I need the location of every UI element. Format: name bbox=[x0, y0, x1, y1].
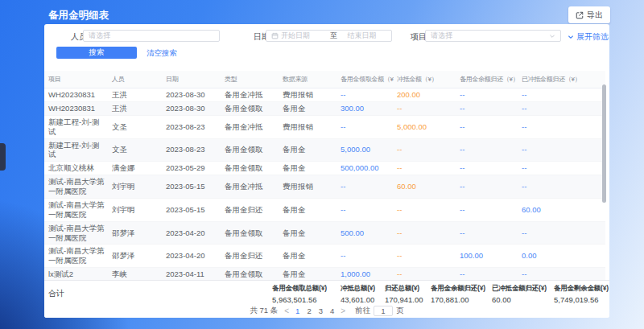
summary-item-value: 170,941.00 bbox=[385, 295, 423, 304]
goto-label: 前往 bbox=[355, 306, 370, 316]
summary-item: 备用金剩余金额(¥)5,749,019.56 bbox=[554, 284, 609, 304]
expand-filter-label: 展开筛选 bbox=[576, 31, 609, 43]
cell-date: 2023-08-30 bbox=[163, 88, 221, 102]
project-select[interactable]: 请选择 bbox=[425, 30, 561, 42]
pagination-bar: 共 71 条 < 1234 > 前往 页 bbox=[44, 304, 609, 318]
export-button[interactable]: 导出 bbox=[568, 6, 610, 23]
column-header: 人员 bbox=[109, 71, 163, 88]
cell-balance-return: -- bbox=[456, 198, 518, 221]
table-header-row: 项目人员日期类型数据来源备用金领取金额（¥）冲抵金额（¥）备用金余额归还（¥）已… bbox=[44, 71, 605, 88]
summary-item-label: 归还总额(¥) bbox=[385, 284, 423, 294]
table-row: 测试-南昌大学第一附属医院刘宇明2023-05-15备用金归还备用金------… bbox=[44, 198, 605, 221]
column-header: 已冲抵金额归还（¥） bbox=[518, 71, 605, 88]
cell-project: 新建工程-刘-测试 bbox=[44, 138, 109, 162]
cell-offset-return: -- bbox=[518, 115, 605, 138]
cell-date: 2023-05-29 bbox=[163, 162, 221, 175]
cell-balance-return: -- bbox=[456, 101, 518, 115]
page-title: 备用金明细表 bbox=[48, 9, 109, 23]
cell-project: 测试-南昌大学第一附属医院 bbox=[44, 221, 109, 245]
cell-project: WH20230831 bbox=[44, 101, 109, 115]
cell-person: 邵梦泽 bbox=[109, 245, 163, 268]
cell-receive: -- bbox=[337, 175, 394, 199]
page-button-2[interactable]: 2 bbox=[307, 306, 311, 315]
cell-balance-return: -- bbox=[456, 138, 518, 162]
table-row: 新建工程-刘-测试文圣2023-08-23备用金冲抵费用报销--5,000.00… bbox=[44, 115, 605, 138]
table-row: WH20230831王洪2023-08-30备用金冲抵费用报销--200.00-… bbox=[44, 88, 605, 102]
cell-receive: -- bbox=[337, 115, 394, 138]
vertical-scrollbar[interactable] bbox=[602, 84, 606, 203]
summary-row: 合计 备用金领取总额(¥)5,963,501.56冲抵总额(¥)43,601.0… bbox=[44, 280, 609, 304]
chevron-down-icon bbox=[568, 34, 574, 40]
cell-receive: 300.00 bbox=[337, 101, 394, 115]
cell-balance-return: -- bbox=[456, 268, 518, 280]
column-header: 类型 bbox=[221, 71, 279, 88]
chevron-down-icon bbox=[549, 33, 555, 39]
project-placeholder: 请选择 bbox=[431, 31, 452, 41]
cell-date: 2023-08-23 bbox=[163, 138, 221, 162]
cell-balance-return: -- bbox=[456, 221, 518, 245]
cell-balance-return: -- bbox=[456, 175, 518, 199]
cell-balance-return: -- bbox=[456, 88, 518, 102]
clear-search-link[interactable]: 清空搜索 bbox=[147, 48, 177, 59]
cell-offset: 60.00 bbox=[394, 175, 456, 199]
prev-page-icon[interactable]: < bbox=[284, 306, 289, 315]
cell-offset: 5,000.00 bbox=[394, 115, 456, 138]
date-range-picker[interactable]: 开始日期 至 结束日期 bbox=[266, 30, 392, 42]
column-header: 备用金余额归还（¥） bbox=[456, 71, 518, 88]
person-input[interactable]: 请选择 bbox=[83, 30, 220, 42]
cell-source: 备用金 bbox=[279, 162, 337, 175]
cell-type: 备用金归还 bbox=[221, 198, 279, 221]
summary-item-label: 已冲抵金额归还(¥) bbox=[492, 284, 547, 294]
next-page-icon[interactable]: > bbox=[341, 306, 345, 315]
summary-item: 已冲抵金额归还(¥)60.00 bbox=[492, 284, 547, 304]
cell-receive: -- bbox=[337, 198, 394, 221]
cell-offset-return: -- bbox=[518, 88, 605, 102]
summary-item-label: 冲抵总额(¥) bbox=[341, 284, 375, 294]
summary-item: 冲抵总额(¥)43,601.00 bbox=[341, 284, 375, 304]
summary-item-label: 备用金余额归还(¥) bbox=[431, 284, 485, 294]
summary-item-value: 43,601.00 bbox=[341, 295, 375, 304]
export-icon bbox=[576, 11, 584, 19]
cell-type: 备用金领取 bbox=[221, 101, 279, 115]
cell-balance-return: -- bbox=[456, 162, 518, 175]
cell-person: 王洪 bbox=[109, 101, 163, 115]
person-placeholder: 请选择 bbox=[89, 31, 110, 41]
date-separator: 至 bbox=[330, 31, 337, 41]
search-button[interactable]: 搜索 bbox=[56, 47, 137, 59]
table-row: 测试-南昌大学第一附属医院邵梦泽2023-04-20备用金领取备用金500.00… bbox=[44, 221, 605, 245]
expand-filter-link[interactable]: 展开筛选 bbox=[568, 31, 609, 43]
cell-type: 备用金领取 bbox=[221, 162, 279, 175]
cell-offset-return: -- bbox=[518, 221, 605, 245]
cell-project: 北京顺义桃林 bbox=[44, 162, 109, 175]
page-button-4[interactable]: 4 bbox=[330, 306, 334, 315]
cell-receive: 5,000.00 bbox=[337, 138, 394, 162]
cell-receive: 1,000.00 bbox=[337, 268, 394, 280]
cell-receive: 500,000.00 bbox=[337, 162, 394, 175]
cell-offset-return: -- bbox=[518, 268, 605, 280]
cell-date: 2023-05-15 bbox=[163, 198, 221, 221]
cell-type: 备用金领取 bbox=[221, 268, 279, 280]
page-button-1[interactable]: 1 bbox=[295, 306, 299, 315]
cell-offset-return: -- bbox=[518, 162, 605, 175]
cell-project: lx测试2 bbox=[44, 268, 109, 280]
cell-person: 刘宇明 bbox=[109, 175, 163, 199]
summary-item-value: 5,963,501.56 bbox=[272, 295, 327, 304]
page-button-3[interactable]: 3 bbox=[319, 306, 323, 315]
cell-type: 备用金领取 bbox=[221, 221, 279, 245]
column-header: 项目 bbox=[44, 71, 109, 88]
summary-item-label: 备用金剩余金额(¥) bbox=[554, 284, 609, 294]
cell-date: 2023-04-11 bbox=[163, 268, 221, 280]
cell-project: 测试-南昌大学第一附属医院 bbox=[44, 198, 109, 221]
cell-type: 备用金领取 bbox=[221, 138, 279, 162]
cell-date: 2023-08-23 bbox=[163, 115, 221, 138]
goto-page-input[interactable] bbox=[374, 306, 393, 316]
cell-receive: -- bbox=[337, 88, 394, 102]
cell-person: 文圣 bbox=[109, 138, 163, 162]
column-header: 数据来源 bbox=[279, 71, 337, 88]
content-card: 人员 请选择 日期 开始日期 至 结束日期 项目 请选择 展开筛选 搜索 清空搜… bbox=[44, 24, 609, 318]
cell-offset: -- bbox=[394, 138, 456, 162]
cell-person: 李峡 bbox=[109, 268, 163, 280]
cell-source: 备用金 bbox=[279, 268, 337, 280]
cell-offset-return: 60.00 bbox=[518, 198, 605, 221]
drawer-handle[interactable] bbox=[0, 143, 6, 171]
